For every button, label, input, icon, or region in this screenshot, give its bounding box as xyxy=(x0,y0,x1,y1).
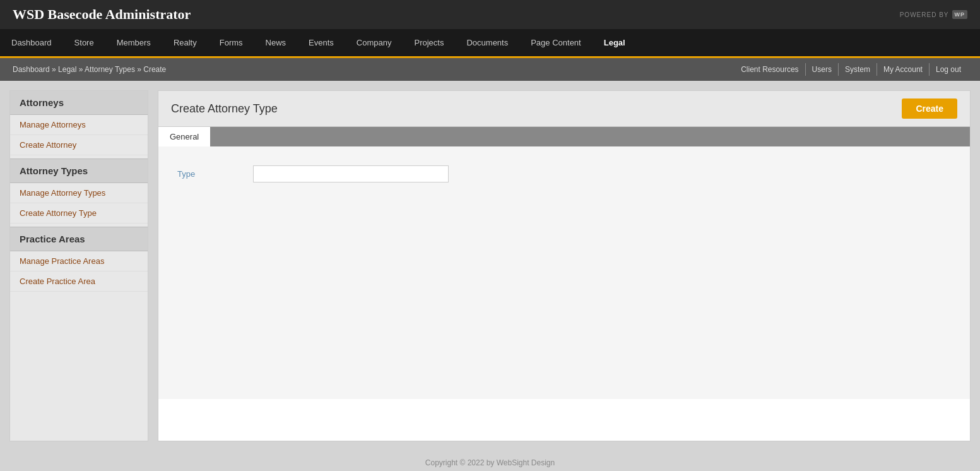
nav-item-dashboard[interactable]: Dashboard xyxy=(0,29,63,56)
footer-text: Copyright © 2022 by WebSight Design xyxy=(425,458,555,467)
page-title: Create Attorney Type xyxy=(171,102,278,116)
nav-item-store[interactable]: Store xyxy=(63,29,105,56)
sidebar-link-create-attorney[interactable]: Create Attorney xyxy=(10,135,148,155)
sidebar-link-manage-practice-areas[interactable]: Manage Practice Areas xyxy=(10,251,148,271)
form-area: Type xyxy=(158,146,970,399)
sidebar-link-manage-attorney-types[interactable]: Manage Attorney Types xyxy=(10,183,148,203)
sidebar-link-create-practice-area[interactable]: Create Practice Area xyxy=(10,271,148,292)
nav-item-events[interactable]: Events xyxy=(297,29,345,56)
type-input[interactable] xyxy=(253,165,449,182)
app-header: WSD Basecode Administrator POWERED BY WP xyxy=(0,0,980,29)
nav-item-projects[interactable]: Projects xyxy=(403,29,455,56)
nav-item-members[interactable]: Members xyxy=(105,29,162,56)
nav-item-realty[interactable]: Realty xyxy=(162,29,208,56)
sidebar-link-create-attorney-type[interactable]: Create Attorney Type xyxy=(10,203,148,224)
breadcrumb-link-system[interactable]: System xyxy=(839,63,877,76)
main-navbar: DashboardStoreMembersRealtyFormsNewsEven… xyxy=(0,29,980,58)
sidebar-section-attorney-types: Attorney Types xyxy=(10,158,148,183)
footer: Copyright © 2022 by WebSight Design xyxy=(0,451,980,471)
content-header: Create Attorney Type Create xyxy=(158,91,970,127)
app-title: WSD Basecode Administrator xyxy=(13,6,191,23)
sidebar-section-attorneys: Attorneys xyxy=(10,91,148,115)
tabs-bar: General xyxy=(158,127,970,146)
nav-item-forms[interactable]: Forms xyxy=(208,29,254,56)
type-form-row: Type xyxy=(177,165,951,182)
breadcrumb-links: Client ResourcesUsersSystemMy AccountLog… xyxy=(735,63,967,76)
breadcrumb-link-client-resources[interactable]: Client Resources xyxy=(735,63,805,76)
nav-item-company[interactable]: Company xyxy=(345,29,403,56)
sidebar: AttorneysManage AttorneysCreate Attorney… xyxy=(9,90,148,441)
breadcrumb: Dashboard » Legal » Attorney Types » Cre… xyxy=(13,65,166,74)
content-area: Create Attorney Type Create General Type xyxy=(158,90,971,441)
wp-logo: WP xyxy=(952,10,968,19)
main-layout: AttorneysManage AttorneysCreate Attorney… xyxy=(0,81,980,451)
nav-item-documents[interactable]: Documents xyxy=(455,29,519,56)
sidebar-section-practice-areas: Practice Areas xyxy=(10,227,148,251)
breadcrumb-link-log-out[interactable]: Log out xyxy=(930,63,967,76)
breadcrumb-link-users[interactable]: Users xyxy=(806,63,839,76)
breadcrumb-bar: Dashboard » Legal » Attorney Types » Cre… xyxy=(0,58,980,81)
nav-item-legal[interactable]: Legal xyxy=(593,29,637,56)
powered-by-label: POWERED BY WP xyxy=(900,10,967,19)
type-label: Type xyxy=(177,169,253,179)
breadcrumb-link-my-account[interactable]: My Account xyxy=(877,63,930,76)
create-button[interactable]: Create xyxy=(902,98,957,119)
nav-item-news[interactable]: News xyxy=(254,29,298,56)
sidebar-link-manage-attorneys[interactable]: Manage Attorneys xyxy=(10,115,148,135)
tab-general[interactable]: General xyxy=(158,127,210,146)
nav-item-page-content[interactable]: Page Content xyxy=(519,29,593,56)
